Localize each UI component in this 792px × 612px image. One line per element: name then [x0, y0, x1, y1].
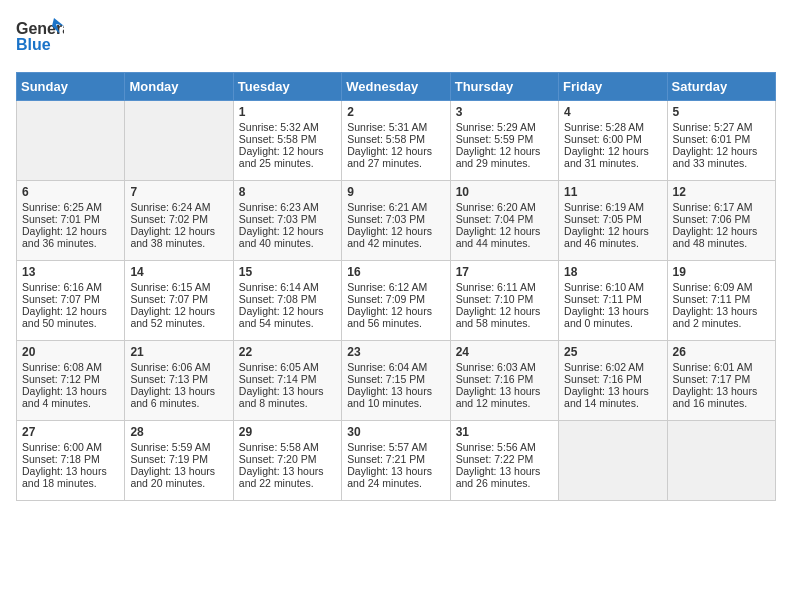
day-detail: Sunrise: 6:06 AM	[130, 361, 227, 373]
day-detail: Sunrise: 6:15 AM	[130, 281, 227, 293]
day-detail: and 10 minutes.	[347, 397, 444, 409]
calendar-cell: 2Sunrise: 5:31 AMSunset: 5:58 PMDaylight…	[342, 101, 450, 181]
day-detail: Sunrise: 6:00 AM	[22, 441, 119, 453]
calendar-cell: 9Sunrise: 6:21 AMSunset: 7:03 PMDaylight…	[342, 181, 450, 261]
calendar-header-friday: Friday	[559, 73, 667, 101]
day-detail: Sunrise: 5:58 AM	[239, 441, 336, 453]
day-number: 29	[239, 425, 336, 439]
day-detail: Daylight: 13 hours	[130, 465, 227, 477]
calendar-header-saturday: Saturday	[667, 73, 775, 101]
day-detail: and 33 minutes.	[673, 157, 770, 169]
day-detail: and 24 minutes.	[347, 477, 444, 489]
day-detail: Sunset: 7:21 PM	[347, 453, 444, 465]
day-detail: Daylight: 12 hours	[564, 145, 661, 157]
svg-text:Blue: Blue	[16, 36, 51, 53]
day-detail: Daylight: 13 hours	[456, 385, 553, 397]
day-number: 4	[564, 105, 661, 119]
calendar-cell: 19Sunrise: 6:09 AMSunset: 7:11 PMDayligh…	[667, 261, 775, 341]
calendar-week-row: 20Sunrise: 6:08 AMSunset: 7:12 PMDayligh…	[17, 341, 776, 421]
day-detail: Sunrise: 6:12 AM	[347, 281, 444, 293]
calendar-header-tuesday: Tuesday	[233, 73, 341, 101]
calendar-cell: 8Sunrise: 6:23 AMSunset: 7:03 PMDaylight…	[233, 181, 341, 261]
day-detail: Sunrise: 5:29 AM	[456, 121, 553, 133]
day-detail: and 48 minutes.	[673, 237, 770, 249]
calendar-cell: 5Sunrise: 5:27 AMSunset: 6:01 PMDaylight…	[667, 101, 775, 181]
day-detail: and 27 minutes.	[347, 157, 444, 169]
day-detail: Daylight: 13 hours	[22, 465, 119, 477]
calendar-cell: 4Sunrise: 5:28 AMSunset: 6:00 PMDaylight…	[559, 101, 667, 181]
calendar-table: SundayMondayTuesdayWednesdayThursdayFrid…	[16, 72, 776, 501]
day-detail: Sunset: 7:05 PM	[564, 213, 661, 225]
calendar-cell: 15Sunrise: 6:14 AMSunset: 7:08 PMDayligh…	[233, 261, 341, 341]
day-number: 5	[673, 105, 770, 119]
calendar-cell: 26Sunrise: 6:01 AMSunset: 7:17 PMDayligh…	[667, 341, 775, 421]
day-detail: Sunrise: 5:59 AM	[130, 441, 227, 453]
day-detail: Daylight: 12 hours	[347, 305, 444, 317]
day-number: 16	[347, 265, 444, 279]
day-detail: Daylight: 13 hours	[347, 385, 444, 397]
day-detail: Sunrise: 6:14 AM	[239, 281, 336, 293]
day-detail: Daylight: 13 hours	[673, 305, 770, 317]
day-detail: Daylight: 13 hours	[564, 385, 661, 397]
calendar-cell	[559, 421, 667, 501]
day-detail: Sunrise: 6:02 AM	[564, 361, 661, 373]
day-detail: Sunset: 7:19 PM	[130, 453, 227, 465]
day-detail: Sunset: 7:06 PM	[673, 213, 770, 225]
day-number: 28	[130, 425, 227, 439]
calendar-cell	[667, 421, 775, 501]
day-detail: Daylight: 12 hours	[564, 225, 661, 237]
day-detail: Sunset: 7:10 PM	[456, 293, 553, 305]
day-detail: and 20 minutes.	[130, 477, 227, 489]
day-detail: and 38 minutes.	[130, 237, 227, 249]
calendar-cell: 18Sunrise: 6:10 AMSunset: 7:11 PMDayligh…	[559, 261, 667, 341]
day-detail: and 36 minutes.	[22, 237, 119, 249]
day-detail: Sunset: 7:07 PM	[22, 293, 119, 305]
calendar-cell: 31Sunrise: 5:56 AMSunset: 7:22 PMDayligh…	[450, 421, 558, 501]
calendar-week-row: 1Sunrise: 5:32 AMSunset: 5:58 PMDaylight…	[17, 101, 776, 181]
day-detail: Daylight: 12 hours	[130, 225, 227, 237]
day-detail: Sunset: 7:09 PM	[347, 293, 444, 305]
day-detail: Sunrise: 5:56 AM	[456, 441, 553, 453]
calendar-cell: 1Sunrise: 5:32 AMSunset: 5:58 PMDaylight…	[233, 101, 341, 181]
day-number: 12	[673, 185, 770, 199]
day-detail: Sunrise: 6:21 AM	[347, 201, 444, 213]
header: General Blue	[16, 16, 776, 64]
day-number: 24	[456, 345, 553, 359]
day-detail: Sunrise: 6:23 AM	[239, 201, 336, 213]
day-detail: Daylight: 13 hours	[22, 385, 119, 397]
day-number: 6	[22, 185, 119, 199]
day-detail: and 54 minutes.	[239, 317, 336, 329]
calendar-week-row: 27Sunrise: 6:00 AMSunset: 7:18 PMDayligh…	[17, 421, 776, 501]
day-number: 30	[347, 425, 444, 439]
day-detail: Sunset: 7:16 PM	[564, 373, 661, 385]
day-number: 21	[130, 345, 227, 359]
calendar-cell: 16Sunrise: 6:12 AMSunset: 7:09 PMDayligh…	[342, 261, 450, 341]
day-detail: Sunset: 7:08 PM	[239, 293, 336, 305]
day-detail: Sunset: 7:12 PM	[22, 373, 119, 385]
day-detail: Sunrise: 6:20 AM	[456, 201, 553, 213]
day-detail: Sunset: 5:58 PM	[239, 133, 336, 145]
day-detail: and 52 minutes.	[130, 317, 227, 329]
day-detail: Daylight: 12 hours	[239, 305, 336, 317]
day-detail: Sunrise: 6:19 AM	[564, 201, 661, 213]
calendar-header-wednesday: Wednesday	[342, 73, 450, 101]
calendar-header-monday: Monday	[125, 73, 233, 101]
calendar-cell: 28Sunrise: 5:59 AMSunset: 7:19 PMDayligh…	[125, 421, 233, 501]
day-detail: and 50 minutes.	[22, 317, 119, 329]
day-number: 2	[347, 105, 444, 119]
day-detail: Sunrise: 6:16 AM	[22, 281, 119, 293]
day-detail: Sunset: 7:13 PM	[130, 373, 227, 385]
day-detail: Daylight: 12 hours	[130, 305, 227, 317]
day-number: 27	[22, 425, 119, 439]
day-detail: and 44 minutes.	[456, 237, 553, 249]
day-detail: Sunset: 7:01 PM	[22, 213, 119, 225]
day-detail: Daylight: 13 hours	[239, 465, 336, 477]
day-detail: Sunset: 7:15 PM	[347, 373, 444, 385]
calendar-cell: 22Sunrise: 6:05 AMSunset: 7:14 PMDayligh…	[233, 341, 341, 421]
day-detail: and 22 minutes.	[239, 477, 336, 489]
day-detail: Sunset: 6:01 PM	[673, 133, 770, 145]
day-detail: and 0 minutes.	[564, 317, 661, 329]
day-detail: Sunrise: 5:31 AM	[347, 121, 444, 133]
day-detail: and 42 minutes.	[347, 237, 444, 249]
day-number: 15	[239, 265, 336, 279]
